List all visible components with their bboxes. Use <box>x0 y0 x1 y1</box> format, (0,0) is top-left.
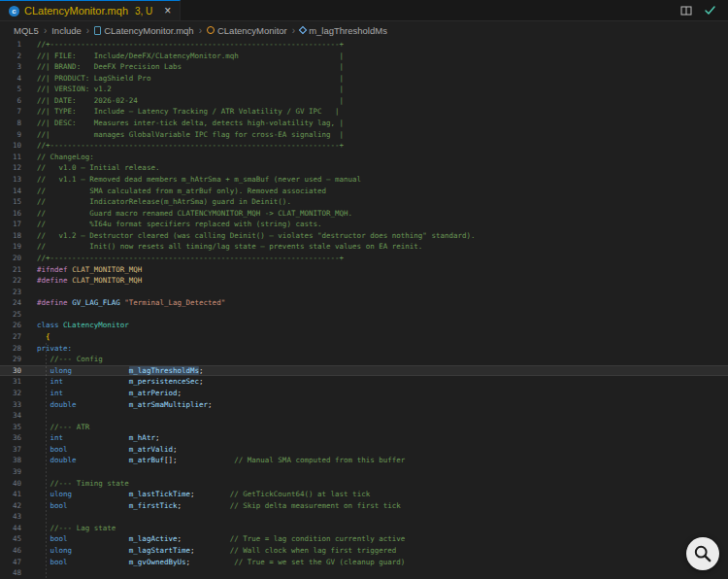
breadcrumb-item-clatencymonitor-mqh[interactable]: CLatencyMonitor.mqh <box>94 25 193 36</box>
line-number[interactable]: 10 <box>0 140 31 152</box>
line-number[interactable]: 19 <box>0 241 31 253</box>
line-number[interactable]: 15 <box>0 196 31 208</box>
line-number[interactable]: 44 <box>0 523 31 534</box>
code-line[interactable]: 25 <box>0 309 728 321</box>
line-number[interactable]: 40 <box>0 478 31 490</box>
line-number[interactable]: 7 <box>0 106 31 118</box>
compile-check-icon[interactable] <box>704 4 716 17</box>
close-icon[interactable]: × <box>164 5 171 17</box>
code-line[interactable]: 34 <box>0 410 728 422</box>
code-line[interactable]: 46 ulong m_lagStartTime; // Wall clock w… <box>0 545 728 557</box>
code-line[interactable]: 9//| manages GlobalVariable IPC flag for… <box>0 129 728 141</box>
line-number[interactable]: 21 <box>0 264 31 276</box>
line-number[interactable]: 26 <box>0 320 31 331</box>
magnifier-button[interactable] <box>686 537 719 570</box>
tab-clatencymonitor-mqh[interactable]: c CLatencyMonitor.mqh 3, U × <box>0 0 181 20</box>
line-number[interactable]: 25 <box>0 309 31 321</box>
code-line[interactable]: 40 //--- Timing state <box>0 478 728 490</box>
code-line[interactable]: 21#ifndef CLAT_MONITOR_MQH <box>0 264 728 276</box>
line-number[interactable]: 13 <box>0 174 31 186</box>
code-line[interactable]: 7//| TYPE: Include — Latency Tracking / … <box>0 106 728 118</box>
code-line[interactable]: 20//+-----------------------------------… <box>0 253 728 264</box>
line-number[interactable]: 12 <box>0 162 31 174</box>
line-number[interactable]: 46 <box>0 545 31 557</box>
line-number[interactable]: 32 <box>0 388 31 399</box>
breadcrumb-item-clatencymonitor[interactable]: CLatencyMonitor <box>207 25 287 36</box>
line-number[interactable]: 34 <box>0 410 31 422</box>
line-number[interactable]: 17 <box>0 219 31 230</box>
line-number[interactable]: 22 <box>0 275 31 287</box>
line-number[interactable]: 6 <box>0 95 31 107</box>
line-number[interactable]: 14 <box>0 186 31 197</box>
code-line[interactable]: 13// v1.1 — Removed dead members m_hAtrS… <box>0 174 728 186</box>
code-line[interactable]: 27 { <box>0 331 728 343</box>
line-number[interactable]: 29 <box>0 354 31 365</box>
line-number[interactable]: 11 <box>0 152 31 163</box>
code-line[interactable]: 15// IndicatorRelease(m_hAtrSma) guard i… <box>0 196 728 208</box>
line-number[interactable]: 4 <box>0 73 31 85</box>
line-number[interactable]: 3 <box>0 61 31 73</box>
line-number[interactable]: 48 <box>0 567 31 579</box>
code-line[interactable]: 41 ulong m_lastTickTime; // GetTickCount… <box>0 489 728 500</box>
code-line[interactable]: 38 double m_atrBuf[]; // Manual SMA comp… <box>0 455 728 466</box>
line-number[interactable]: 28 <box>0 343 31 355</box>
code-line[interactable]: 10//+-----------------------------------… <box>0 140 728 152</box>
code-line[interactable]: 3//| BRAND: DeeFX Precision Labs | <box>0 61 728 73</box>
line-number[interactable]: 8 <box>0 118 31 129</box>
code-line[interactable]: 47 bool m_gvOwnedByUs; // True = we set … <box>0 557 728 568</box>
line-number[interactable]: 1 <box>0 39 31 51</box>
line-number[interactable]: 42 <box>0 500 31 512</box>
line-number[interactable]: 18 <box>0 230 31 242</box>
split-editor-icon[interactable] <box>680 5 692 17</box>
line-number[interactable]: 36 <box>0 432 31 444</box>
code-line[interactable]: 24#define GV_LAG_FLAG "Terminal_Lag_Dete… <box>0 297 728 309</box>
code-line[interactable]: 33 double m_atrSmaMultiplier; <box>0 399 728 411</box>
code-line[interactable]: 45 bool m_lagActive; // True = lag condi… <box>0 533 728 545</box>
code-line[interactable]: 18// v1.2 — Destructor cleared (was call… <box>0 230 728 242</box>
line-number[interactable]: 39 <box>0 466 31 478</box>
code-line[interactable]: 29 //--- Config <box>0 354 728 365</box>
code-line[interactable]: 26class CLatencyMonitor <box>0 320 728 331</box>
code-line[interactable]: 22#define CLAT_MONITOR_MQH <box>0 275 728 287</box>
line-number[interactable]: 27 <box>0 331 31 343</box>
code-line[interactable]: 17// %I64u format specifiers replaced wi… <box>0 219 728 230</box>
code-line[interactable]: 31 int m_persistenceSec; <box>0 376 728 388</box>
line-number[interactable]: 41 <box>0 489 31 500</box>
code-line[interactable]: 14// SMA calculated from m_atrBuf only).… <box>0 186 728 197</box>
code-line[interactable]: 30 ulong m_lagThresholdMs; <box>0 365 728 377</box>
code-line[interactable]: 11// ChangeLog: <box>0 152 728 163</box>
code-line[interactable]: 2//| FILE: Include/DeeFX/CLatencyMonitor… <box>0 51 728 62</box>
code-line[interactable]: 35 //--- ATR <box>0 422 728 433</box>
code-line[interactable]: 1//+------------------------------------… <box>0 39 728 51</box>
code-line[interactable]: 43 <box>0 511 728 523</box>
line-number[interactable]: 45 <box>0 533 31 545</box>
breadcrumb-item-include[interactable]: Include <box>51 25 82 36</box>
line-number[interactable]: 24 <box>0 297 31 309</box>
code-line[interactable]: 32 int m_atrPeriod; <box>0 388 728 399</box>
code-line[interactable]: 37 bool m_atrValid; <box>0 444 728 456</box>
code-editor[interactable]: 1//+------------------------------------… <box>0 39 728 579</box>
line-number[interactable]: 43 <box>0 511 31 523</box>
line-number[interactable]: 47 <box>0 557 31 568</box>
line-number[interactable]: 20 <box>0 253 31 264</box>
code-line[interactable]: 48 <box>0 567 728 579</box>
code-line[interactable]: 16// Guard macro renamed CLATENCYMONITOR… <box>0 208 728 220</box>
line-number[interactable]: 5 <box>0 84 31 95</box>
code-line[interactable]: 5//| VERSION: v1.2 | <box>0 84 728 95</box>
code-line[interactable]: 12// v1.0 — Initial release. <box>0 162 728 174</box>
line-number[interactable]: 33 <box>0 399 31 411</box>
code-line[interactable]: 42 bool m_firstTick; // Skip delta measu… <box>0 500 728 512</box>
line-number[interactable]: 9 <box>0 129 31 141</box>
code-line[interactable]: 6//| DATE: 2026-02-24 | <box>0 95 728 107</box>
breadcrumb-item-mql5[interactable]: MQL5 <box>14 25 39 36</box>
line-number[interactable]: 31 <box>0 376 31 388</box>
code-line[interactable]: 19// Init() now resets all timing/lag st… <box>0 241 728 253</box>
line-number[interactable]: 35 <box>0 422 31 433</box>
code-line[interactable]: 44 //--- Lag state <box>0 523 728 534</box>
code-line[interactable]: 23 <box>0 287 728 298</box>
line-number[interactable]: 2 <box>0 51 31 62</box>
code-line[interactable]: 28private: <box>0 343 728 355</box>
breadcrumb-item-m-lagthresholdms[interactable]: m_lagThresholdMs <box>300 25 387 36</box>
code-line[interactable]: 4//| PRODUCT: LagShield Pro | <box>0 73 728 85</box>
line-number[interactable]: 30 <box>0 365 31 377</box>
